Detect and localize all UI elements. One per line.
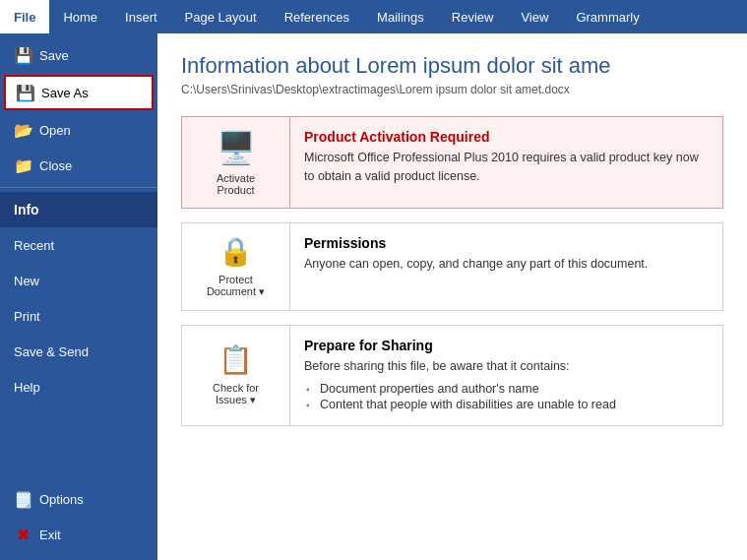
sidebar-item-help[interactable]: Help	[0, 369, 157, 404]
check-button-label: Check for Issues ▾	[213, 382, 259, 406]
sidebar-item-save[interactable]: 💾 Save	[0, 37, 157, 73]
activate-button-label: Activate Product	[217, 172, 255, 196]
check-icon: 📋	[218, 343, 253, 376]
activate-product-button[interactable]: 🖥️ Activate Product	[182, 117, 290, 208]
permissions-title: Permissions	[304, 235, 709, 251]
ribbon-tabs: File Home Insert Page Layout References …	[0, 0, 747, 33]
sidebar-item-open[interactable]: 📂 Open	[0, 112, 157, 148]
activate-icon: 🖥️	[217, 129, 256, 166]
sidebar-item-close[interactable]: 📁 Close	[0, 148, 157, 183]
save-icon: 💾	[14, 46, 31, 65]
tab-home[interactable]: Home	[49, 0, 111, 33]
new-label: New	[14, 274, 39, 288]
sidebar-item-info[interactable]: Info	[0, 192, 157, 227]
sharing-description: Before sharing this file, be aware that …	[304, 357, 709, 376]
save-send-label: Save & Send	[14, 344, 89, 359]
activation-card: 🖥️ Activate Product Product Activation R…	[181, 116, 723, 209]
tab-view[interactable]: View	[507, 0, 562, 33]
doc-title: Information about Lorem ipsum dolor sit …	[181, 53, 723, 79]
sidebar: 💾 Save 💾 Save As 📂 Open 📁 Close Info Rec…	[0, 33, 157, 560]
options-icon: 🗒️	[14, 490, 31, 509]
sharing-list: Document properties and author's name Co…	[304, 382, 709, 411]
sidebar-bottom: 🗒️ Options ✖ Exit	[0, 481, 157, 560]
close-icon: 📁	[14, 156, 31, 175]
sharing-content: Prepare for Sharing Before sharing this …	[290, 326, 722, 425]
print-label: Print	[14, 309, 40, 324]
options-label: Options	[39, 492, 84, 507]
protect-button-label: Protect Document ▾	[207, 274, 265, 298]
protect-icon: 🔒	[218, 235, 253, 268]
save-as-label: Save As	[41, 86, 89, 100]
sidebar-item-options[interactable]: 🗒️ Options	[0, 481, 157, 517]
exit-label: Exit	[39, 528, 61, 542]
tab-page-layout[interactable]: Page Layout	[171, 0, 271, 33]
sidebar-item-exit[interactable]: ✖ Exit	[0, 517, 157, 552]
open-icon: 📂	[14, 121, 31, 140]
permissions-card: 🔒 Protect Document ▾ Permissions Anyone …	[181, 222, 723, 311]
permissions-description: Anyone can open, copy, and change any pa…	[304, 255, 709, 274]
sharing-list-item-1: Document properties and author's name	[304, 382, 709, 396]
permissions-content: Permissions Anyone can open, copy, and c…	[290, 223, 722, 310]
sharing-title: Prepare for Sharing	[304, 338, 709, 353]
save-label: Save	[39, 48, 69, 63]
sharing-list-item-2: Content that people with disabilities ar…	[304, 398, 709, 411]
sidebar-item-print[interactable]: Print	[0, 298, 157, 334]
save-as-icon: 💾	[16, 84, 33, 102]
recent-label: Recent	[14, 238, 54, 253]
sidebar-item-save-send[interactable]: Save & Send	[0, 334, 157, 369]
sidebar-item-save-as[interactable]: 💾 Save As	[4, 75, 154, 110]
exit-icon: ✖	[14, 526, 31, 544]
sidebar-item-new[interactable]: New	[0, 263, 157, 298]
tab-file[interactable]: File	[0, 0, 49, 33]
tab-mailings[interactable]: Mailings	[363, 0, 438, 33]
close-label: Close	[39, 158, 72, 173]
main-area: 💾 Save 💾 Save As 📂 Open 📁 Close Info Rec…	[0, 33, 747, 560]
sidebar-item-recent[interactable]: Recent	[0, 227, 157, 263]
open-label: Open	[39, 123, 71, 138]
content-panel: Information about Lorem ipsum dolor sit …	[157, 33, 747, 560]
tab-references[interactable]: References	[271, 0, 363, 33]
activation-description: Microsoft Office Professional Plus 2010 …	[304, 149, 709, 186]
tab-insert[interactable]: Insert	[111, 0, 171, 33]
doc-path: C:\Users\Srinivas\Desktop\extractimages\…	[181, 83, 723, 96]
divider-1	[0, 187, 157, 188]
activation-title: Product Activation Required	[304, 129, 709, 145]
check-issues-button[interactable]: 📋 Check for Issues ▾	[182, 326, 290, 425]
activation-content: Product Activation Required Microsoft Of…	[290, 117, 722, 208]
sharing-card: 📋 Check for Issues ▾ Prepare for Sharing…	[181, 325, 723, 426]
protect-document-button[interactable]: 🔒 Protect Document ▾	[182, 223, 290, 310]
tab-grammarly[interactable]: Grammarly	[562, 0, 653, 33]
help-label: Help	[14, 380, 40, 395]
tab-review[interactable]: Review	[438, 0, 508, 33]
info-label: Info	[14, 202, 39, 218]
